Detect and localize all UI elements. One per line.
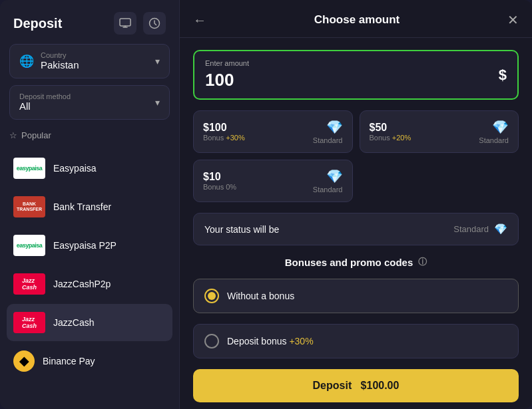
modal-container: Deposit 🌐 [0,0,532,409]
amount-input-value: 100 [205,70,234,90]
amount-input-label: Enter amount [205,59,249,67]
payment-item-jazzcash-p2p[interactable]: JazzCash JazzCashP2p [7,265,172,303]
sidebar-header: Deposit [0,0,179,44]
info-icon[interactable]: ⓘ [418,256,427,268]
sidebar-history-button[interactable] [143,12,166,35]
amount-value-10: $10 [203,171,236,183]
deposit-bonus-label: Deposit bonus +30% [227,336,314,346]
amount-bonus-50: Bonus +20% [370,134,411,142]
payment-item-easypaisa[interactable]: easypaisa Easypaisa [7,150,172,187]
no-bonus-radio [204,289,219,303]
bank-transfer-logo: BANKTRANSFER [13,196,45,217]
easypaisa-name: Easypaisa [53,163,97,174]
status-text: Your status will be [204,224,279,235]
currency-symbol: $ [499,67,507,84]
deposit-method-select[interactable]: Deposit method All ▾ [9,85,170,120]
back-button[interactable]: ← [193,13,206,28]
sidebar-title: Deposit [13,16,62,31]
jazzcash-logo: JazzCash [13,312,45,333]
sidebar: Deposit 🌐 [0,0,180,409]
easypaisa-logo: easypaisa [13,158,45,179]
easypaisa-p2p-logo: easypaisa [13,235,45,256]
amount-value-50: $50 [370,122,411,134]
amount-bonus-100: Bonus +30% [203,134,245,142]
sidebar-selects: 🌐 Country Pakistan ▾ Deposit method All … [0,44,179,126]
status-value: Standard [453,224,489,234]
clock-icon [148,17,160,29]
payment-item-jazzcash[interactable]: JazzCash JazzCash [7,304,172,341]
jazzcash-p2p-logo: JazzCash [13,273,45,295]
payment-item-bank-transfer[interactable]: BANKTRANSFER Bank Transfer [7,188,172,225]
star-icon: ☆ [9,130,17,140]
diamond-icon-10: 💎 [326,168,343,184]
status-bar: Your status will be Standard 💎 [193,213,519,245]
amount-value-100: $100 [203,122,245,134]
binance-name: Binance Pay [43,356,95,366]
bonuses-title: Bonuses and promo codes [285,257,413,268]
deposit-method-chevron-icon: ▾ [155,97,160,108]
country-chevron-icon: ▾ [155,56,160,67]
amount-input-box[interactable]: Enter amount 100 $ [193,50,519,100]
deposit-method-label: Deposit method [19,92,71,100]
bonus-option-no-bonus[interactable]: Without a bonus [193,279,519,313]
amount-option-50[interactable]: $50 Bonus +20% 💎 Standard [360,110,519,153]
jazzcash-p2p-name: JazzCashP2p [53,279,111,289]
main-panel: ← Choose amount ✕ Enter amount 100 $ $10… [180,0,532,409]
amount-option-100[interactable]: $100 Bonus +30% 💎 Standard [193,110,353,153]
amount-bonus-10: Bonus 0% [203,183,236,191]
country-value: Pakistan [41,59,79,70]
bonus-option-deposit[interactable]: Deposit bonus +30% [193,324,519,358]
diamond-icon-50: 💎 [492,119,509,135]
panel-header: ← Choose amount ✕ [180,0,532,38]
no-bonus-label: Without a bonus [227,291,294,301]
payment-item-binance[interactable]: ◆ Binance Pay [7,342,172,380]
popular-label: ☆ Popular [9,130,170,140]
sidebar-icons [114,12,166,35]
close-button[interactable]: ✕ [507,12,519,28]
amount-tag-50: Standard [479,136,509,144]
country-label: Country [41,51,79,59]
status-diamond-icon: 💎 [494,223,507,235]
payment-list: easypaisa Easypaisa BANKTRANSFER Bank Tr… [0,150,179,409]
deposit-method-value: All [19,100,31,112]
amount-tag-10: Standard [313,186,343,194]
panel-content: Enter amount 100 $ $100 Bonus +30% 💎 Sta… [180,38,532,409]
bank-transfer-name: Bank Transfer [53,202,111,212]
diamond-icon-100: 💎 [326,119,343,135]
globe-icon: 🌐 [19,54,34,68]
amount-options: $100 Bonus +30% 💎 Standard $50 Bonus +20… [193,110,519,202]
svg-rect-0 [120,19,131,26]
country-select[interactable]: 🌐 Country Pakistan ▾ [9,44,170,78]
easypaisa-p2p-name: Easypaisa P2P [53,240,117,251]
monitor-icon [119,18,131,29]
bonuses-header: Bonuses and promo codes ⓘ [193,256,519,268]
deposit-button[interactable]: Deposit $100.00 [193,369,519,402]
binance-logo: ◆ [13,350,35,372]
deposit-bonus-radio [204,334,219,348]
sidebar-monitor-button[interactable] [114,12,136,35]
jazzcash-name: JazzCash [53,317,94,328]
amount-option-10[interactable]: $10 Bonus 0% 💎 Standard [193,160,353,202]
popular-section: ☆ Popular [0,126,179,150]
payment-item-easypaisa-p2p[interactable]: easypaisa Easypaisa P2P [7,227,172,264]
amount-tag-100: Standard [313,136,343,144]
panel-title: Choose amount [314,13,399,27]
